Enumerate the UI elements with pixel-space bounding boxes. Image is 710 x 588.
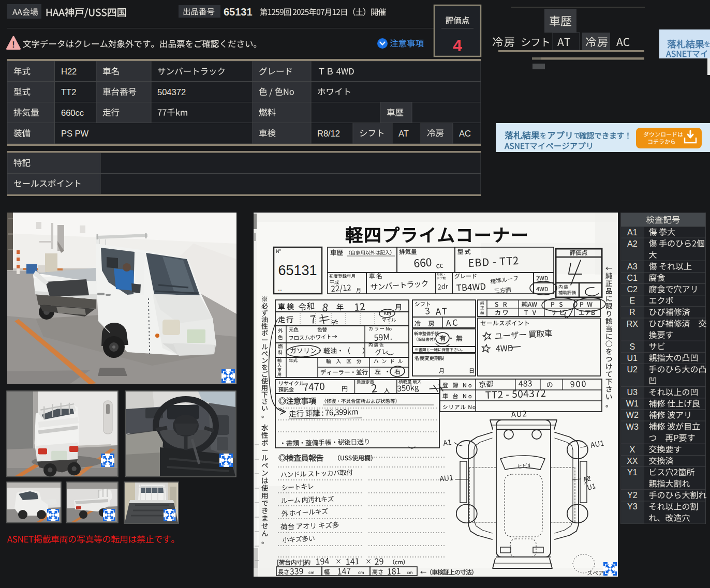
svg-text:65131: 65131	[224, 6, 253, 18]
svg-text:A3: A3	[627, 262, 638, 271]
svg-text:R8/12: R8/12	[317, 129, 340, 138]
svg-text:TT2: TT2	[61, 87, 76, 97]
svg-text:Y1: Y1	[627, 468, 638, 477]
svg-text:W2: W2	[626, 411, 639, 419]
svg-text:Y2: Y2	[627, 491, 638, 500]
svg-text:504372: 504372	[157, 87, 186, 97]
svg-text:R: R	[629, 308, 635, 316]
svg-text:..: ..	[278, 284, 282, 292]
svg-text:A2: A2	[627, 239, 638, 248]
svg-text:C1: C1	[627, 274, 638, 282]
svg-text:W1: W1	[626, 399, 639, 408]
svg-text:U1: U1	[627, 354, 638, 363]
svg-text:X: X	[629, 445, 635, 454]
svg-text:XX: XX	[627, 457, 638, 465]
svg-text:AC: AC	[459, 129, 471, 138]
svg-text:W3: W3	[626, 423, 639, 431]
svg-text:RX: RX	[627, 320, 639, 328]
svg-text:4: 4	[453, 36, 462, 55]
svg-text:H22: H22	[61, 67, 77, 76]
svg-text:PS PW: PS PW	[61, 129, 89, 138]
svg-text:A1: A1	[627, 228, 638, 237]
svg-text:C2: C2	[627, 285, 638, 294]
svg-text:U2: U2	[627, 365, 638, 374]
svg-text:65131: 65131	[278, 263, 317, 278]
svg-text:Y3: Y3	[627, 502, 638, 511]
svg-text:!: !	[12, 40, 14, 49]
svg-text:U3: U3	[627, 388, 638, 397]
svg-text:E: E	[629, 296, 635, 305]
svg-text:AT: AT	[398, 129, 409, 138]
svg-text:S: S	[629, 342, 635, 351]
svg-text:660cc: 660cc	[61, 108, 84, 117]
